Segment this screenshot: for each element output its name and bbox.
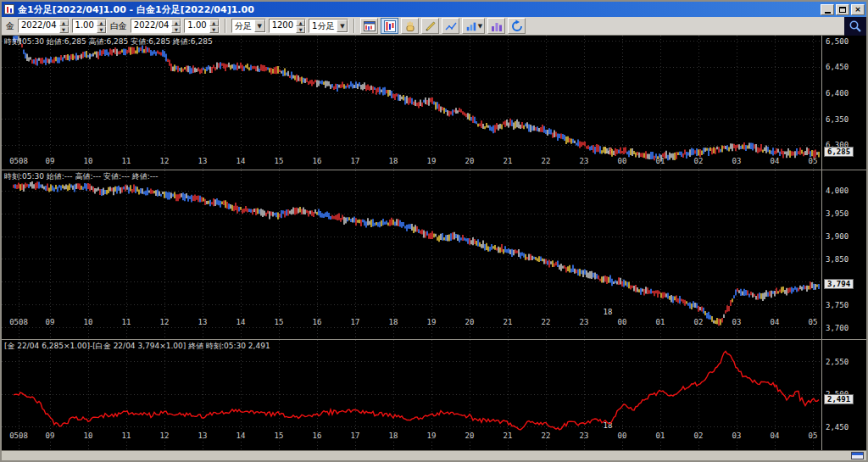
gold-ohlc-readout: 時刻:05:30 始値:6,285 高値:6,285 安値:6,285 終値:6… bbox=[4, 36, 213, 47]
svg-text:23: 23 bbox=[580, 157, 589, 165]
svg-text:22: 22 bbox=[542, 318, 551, 326]
chart-window: 金1分足[2022/04]1.00 - 白金1分足[2022/04]1.00 ×… bbox=[0, 0, 868, 462]
gold-contract-spinner[interactable]: 2022/04 ▲▼ bbox=[18, 19, 70, 33]
chart-frame-icon bbox=[363, 19, 376, 33]
svg-text:02: 02 bbox=[694, 318, 704, 326]
current-price-tag: 6,285 bbox=[824, 147, 854, 157]
indicator-button[interactable]: ▼ bbox=[462, 18, 485, 34]
platinum-label: 白金 bbox=[109, 20, 128, 32]
gold-contract-value: 2022/04 bbox=[19, 19, 59, 32]
svg-text:17: 17 bbox=[351, 318, 360, 326]
hand-icon bbox=[403, 19, 417, 33]
svg-text:04: 04 bbox=[771, 431, 780, 440]
svg-text:11: 11 bbox=[122, 431, 131, 440]
spread-chart-panel: 0508091011121314151617181920212223000102… bbox=[2, 339, 866, 450]
svg-text:10: 10 bbox=[84, 157, 93, 165]
spinner-arrows-icon[interactable]: ▲▼ bbox=[296, 19, 305, 32]
svg-text:20: 20 bbox=[465, 318, 475, 326]
zoom-panel[interactable] bbox=[844, 17, 866, 36]
chevron-down-icon[interactable]: ▼ bbox=[337, 19, 348, 32]
svg-text:16: 16 bbox=[313, 431, 322, 440]
svg-text:01: 01 bbox=[656, 431, 665, 440]
price-axis-label: 2,450 bbox=[826, 423, 849, 431]
svg-text:09: 09 bbox=[46, 157, 55, 165]
gold-multiplier-spinner[interactable]: 1.00 ▲▼ bbox=[72, 19, 107, 33]
svg-text:00: 00 bbox=[618, 318, 627, 326]
period-count-spinner[interactable]: 1200 ▲▼ bbox=[269, 19, 306, 33]
svg-text:13: 13 bbox=[198, 318, 208, 326]
spinner-arrows-icon[interactable]: ▲▼ bbox=[59, 19, 69, 32]
toolbar-separator bbox=[225, 19, 226, 33]
price-axis-label: 3,700 bbox=[826, 324, 849, 332]
svg-text:13: 13 bbox=[198, 431, 208, 440]
chevron-down-icon: ▼ bbox=[478, 23, 482, 30]
pan-tool-button[interactable] bbox=[401, 18, 419, 34]
svg-text:05: 05 bbox=[809, 318, 818, 326]
svg-text:10: 10 bbox=[84, 318, 93, 326]
spread-formula-readout: [金 22/04 6,285×1.00]-[白金 22/04 3,794×1.0… bbox=[4, 341, 270, 352]
draw-tool-button[interactable] bbox=[421, 18, 439, 34]
magnifier-icon bbox=[849, 19, 862, 33]
spread-chart-canvas[interactable]: 0508091011121314151617181920212223000102… bbox=[2, 340, 821, 450]
chevron-down-icon[interactable]: ▼ bbox=[254, 19, 265, 32]
price-axis-label: 4,000 bbox=[826, 186, 849, 195]
platinum-contract-spinner[interactable]: 2022/04 ▲▼ bbox=[131, 19, 182, 33]
svg-text:16: 16 bbox=[313, 318, 322, 326]
svg-text:15: 15 bbox=[275, 431, 284, 440]
spinner-arrows-icon[interactable]: ▲▼ bbox=[209, 19, 219, 32]
platinum-chart-canvas[interactable]: 0508091011121314151617181920212223000102… bbox=[2, 170, 821, 339]
chart-window-icon[interactable] bbox=[851, 452, 864, 459]
svg-text:00: 00 bbox=[618, 157, 627, 165]
refresh-icon bbox=[510, 19, 524, 33]
candlestick-icon bbox=[383, 19, 397, 33]
svg-text:0508: 0508 bbox=[9, 431, 28, 440]
charts-area: 0508091011121314151617181920212223000102… bbox=[2, 36, 866, 450]
price-axis-label: 3,850 bbox=[826, 255, 849, 264]
svg-text:17: 17 bbox=[351, 157, 360, 165]
svg-text:23: 23 bbox=[580, 318, 589, 326]
minimize-button[interactable] bbox=[821, 4, 834, 15]
period-count-value: 1200 bbox=[270, 19, 296, 32]
svg-text:19: 19 bbox=[427, 157, 437, 165]
svg-text:22: 22 bbox=[542, 157, 551, 165]
svg-text:03: 03 bbox=[732, 431, 742, 440]
close-button[interactable]: × bbox=[851, 4, 865, 15]
period-display-value: 1分足 bbox=[309, 19, 337, 32]
platinum-contract-value: 2022/04 bbox=[131, 19, 172, 32]
platinum-multiplier-spinner[interactable]: 1.00 ▲▼ bbox=[184, 19, 219, 33]
svg-text:18: 18 bbox=[389, 431, 398, 440]
spinner-arrows-icon[interactable]: ▲▼ bbox=[97, 19, 106, 32]
svg-text:14: 14 bbox=[236, 318, 246, 326]
svg-text:12: 12 bbox=[160, 157, 170, 165]
svg-text:20: 20 bbox=[465, 157, 475, 165]
histogram-button[interactable] bbox=[487, 18, 505, 34]
svg-text:21: 21 bbox=[504, 318, 513, 326]
svg-text:22: 22 bbox=[542, 431, 551, 440]
chart-frame-button[interactable] bbox=[360, 18, 378, 34]
refresh-button[interactable] bbox=[508, 18, 526, 34]
trendline-tool-button[interactable] bbox=[442, 18, 459, 34]
svg-text:23: 23 bbox=[580, 431, 589, 440]
svg-text:12: 12 bbox=[160, 431, 170, 440]
svg-text:04: 04 bbox=[771, 157, 780, 165]
period-type-combo[interactable]: 分足 ▼ bbox=[231, 19, 266, 33]
price-axis-label: 6,450 bbox=[826, 63, 849, 71]
candlestick-mode-button[interactable] bbox=[381, 18, 398, 34]
spinner-arrows-icon[interactable]: ▲▼ bbox=[171, 19, 181, 32]
period-display-combo[interactable]: 1分足 ▼ bbox=[309, 19, 348, 33]
window-title: 金1分足[2022/04]1.00 - 白金1分足[2022/04]1.00 bbox=[18, 3, 821, 16]
gold-chart-canvas[interactable]: 0508091011121314151617181920212223000102… bbox=[2, 36, 821, 170]
price-axis-label: 6,400 bbox=[826, 89, 849, 97]
price-axis-label: 2,550 bbox=[826, 358, 849, 366]
restore-button[interactable] bbox=[836, 4, 849, 15]
svg-text:15: 15 bbox=[275, 157, 284, 165]
svg-text:17: 17 bbox=[351, 431, 360, 440]
svg-text:02: 02 bbox=[694, 431, 704, 440]
svg-text:03: 03 bbox=[732, 318, 742, 326]
gold-chart-panel: 0508091011121314151617181920212223000102… bbox=[2, 36, 866, 170]
current-price-tag: 3,794 bbox=[824, 279, 854, 289]
svg-text:0508: 0508 bbox=[9, 157, 28, 165]
svg-text:12: 12 bbox=[160, 318, 170, 326]
title-bar[interactable]: 金1分足[2022/04]1.00 - 白金1分足[2022/04]1.00 × bbox=[2, 2, 866, 17]
svg-text:09: 09 bbox=[46, 318, 55, 326]
